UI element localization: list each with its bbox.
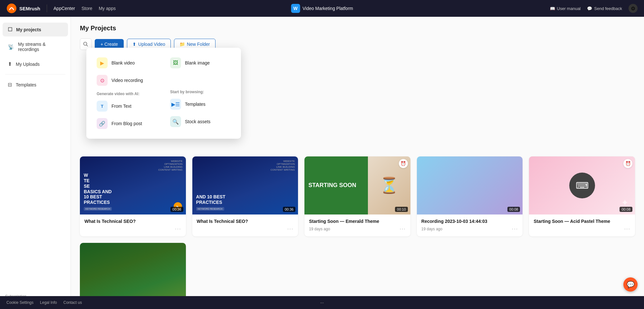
video-thumb-4: 00:08 <box>417 156 523 214</box>
sidebar-my-uploads-label: My Uploads <box>16 62 40 67</box>
browse-section-title: Start by browsing: <box>170 90 231 94</box>
blank-video-label: Blank video <box>111 60 135 65</box>
video-card-4[interactable]: 00:08 Recording 2023-10-03 14:44:03 19 d… <box>417 156 523 236</box>
legal-info-link[interactable]: Legal Info <box>40 300 57 305</box>
video-thumb-6 <box>80 243 186 301</box>
upload-icon-btn: ⬆ <box>132 42 136 47</box>
contact-us-link[interactable]: Contact us <box>63 300 82 305</box>
myapps-link[interactable]: My apps <box>99 6 116 11</box>
video-recording-item[interactable]: ⊙ Video recording <box>94 72 160 89</box>
search-icon <box>83 42 88 47</box>
templates-browse-label: Templates <box>185 102 206 107</box>
create-dropdown: ▶ Blank video ⊙ Video recording Generate… <box>86 48 241 139</box>
topnav: SEMrush AppCenter Store My apps W Video … <box>0 0 644 17</box>
video-more-4[interactable]: ··· <box>512 226 518 232</box>
platform-title: Video Marketing Platform <box>303 6 353 11</box>
video-meta-3: 19 days ago ··· <box>309 226 406 232</box>
timer-icon-5: ⏰ <box>623 159 632 168</box>
chat-bubble[interactable]: 💬 <box>623 277 638 292</box>
nav-right: 📖 User manual 💬 Send feedback ⚙ <box>550 4 638 13</box>
page-title: My Projects <box>80 25 635 32</box>
stock-assets-icon: 🔍 <box>170 116 181 127</box>
video-title-4: Recording 2023-10-03 14:44:03 <box>421 218 518 225</box>
main-layout: ☐ My projects 📡 My streams & recordings … <box>0 17 644 309</box>
nav-divider <box>47 5 47 12</box>
video-time-3: 19 days ago <box>309 227 330 231</box>
semrush-icon <box>6 3 17 14</box>
new-folder-icon: 📁 <box>179 42 185 47</box>
from-text-item[interactable]: T From Text <box>94 97 160 115</box>
brand-name: SEMrush <box>19 6 40 11</box>
svg-line-2 <box>87 45 88 46</box>
video-thumb-1: WEBSITEOPTIMIZATIONLINK BUILDINGCONTENT … <box>80 156 186 214</box>
stock-assets-item[interactable]: 🔍 Stock assets <box>168 113 233 130</box>
video-title-3: Starting Soon — Emerald Theme <box>309 218 406 225</box>
video-info-1: What Is Technical SEO? ··· <box>80 214 186 236</box>
sidebar-item-my-uploads[interactable]: ⬆ My Uploads <box>3 57 68 71</box>
tag-keyword: KEYWORD RESEARCH <box>84 207 112 211</box>
sidebar-templates-label: Templates <box>16 82 36 87</box>
video-info-3: Starting Soon — Emerald Theme 19 days ag… <box>304 214 410 236</box>
blank-image-label: Blank image <box>185 60 210 65</box>
templates-browse-item[interactable]: ▶☰ Templates <box>168 95 233 113</box>
video-recording-icon: ⊙ <box>97 75 108 86</box>
video-card-3[interactable]: STARTING SOON ⏳ ⏰ 00:10 Starting Soon — … <box>304 156 410 236</box>
video-more-2[interactable]: ··· <box>287 226 293 232</box>
tag-keyword-2: KEYWORD RESEARCH <box>196 207 224 211</box>
footer-dots: ··· <box>320 300 324 305</box>
video-time-4: 19 days ago <box>421 227 442 231</box>
blank-video-item[interactable]: ▶ Blank video <box>94 54 160 72</box>
appcenter-label: AppCenter <box>53 6 75 11</box>
settings-btn[interactable]: ⚙ <box>629 4 638 13</box>
from-text-label: From Text <box>111 104 131 109</box>
video-card-1[interactable]: WEBSITEOPTIMIZATIONLINK BUILDINGCONTENT … <box>80 156 186 236</box>
video-duration-3: 00:10 <box>395 207 408 212</box>
upload-icon: ⬆ <box>8 61 12 67</box>
dropdown-left-col: ▶ Blank video ⊙ Video recording Generate… <box>94 54 160 132</box>
dropdown-right-col: 🖼 Blank image Start by browsing: ▶☰ Temp… <box>168 54 233 132</box>
sidebar-item-templates[interactable]: ⊟ Templates <box>3 78 68 92</box>
footer-bar: Cookie Settings Legal Info Contact us ··… <box>0 296 644 309</box>
send-feedback-btn[interactable]: 💬 Send feedback <box>587 6 622 11</box>
sidebar-my-streams-label: My streams & recordings <box>18 42 63 52</box>
dropdown-columns: ▶ Blank video ⊙ Video recording Generate… <box>94 54 233 132</box>
video-title-2: What Is Technical SEO? <box>197 218 294 225</box>
blank-image-item[interactable]: 🖼 Blank image <box>168 54 233 72</box>
generate-section-title: Generate video with AI: <box>97 92 157 96</box>
video-meta-4: 19 days ago ··· <box>421 226 518 232</box>
sidebar-item-my-streams[interactable]: 📡 My streams & recordings <box>3 38 68 56</box>
stream-icon: 📡 <box>8 44 14 50</box>
video-thumb-3: STARTING SOON ⏳ ⏰ 00:10 <box>304 156 410 214</box>
blank-image-icon: 🖼 <box>170 57 181 68</box>
seo-title-2: AND 10 BESTPRACTICES <box>196 194 294 205</box>
video-more-1[interactable]: ··· <box>175 226 181 232</box>
video-card-5[interactable]: ⌨ ✦ ⏰ 00:08 Starting Soon — Acid Pastel … <box>529 156 635 236</box>
video-thumb-5: ⌨ ✦ ⏰ 00:08 <box>529 156 635 214</box>
tag-2: WEBSITEOPTIMIZATIONLINK BUILDINGCONTENT … <box>271 160 295 171</box>
from-blog-item[interactable]: 🔗 From Blog post <box>94 115 160 132</box>
send-feedback-label: Send feedback <box>594 6 622 11</box>
cookie-settings-link[interactable]: Cookie Settings <box>6 300 34 305</box>
video-more-5[interactable]: ··· <box>624 226 630 232</box>
brand-logo[interactable]: SEMrush <box>6 3 40 14</box>
feedback-icon: 💬 <box>587 6 592 11</box>
video-grid: WEBSITEOPTIMIZATIONLINK BUILDINGCONTENT … <box>80 156 635 309</box>
book-icon: 📖 <box>550 6 555 11</box>
video-duration-5: 00:08 <box>620 207 632 212</box>
seo-title-1: WTESEBASICS AND10 BESTPRACTICES <box>84 173 182 205</box>
video-duration-1: 00:36 <box>170 207 183 212</box>
video-card-2[interactable]: WEBSITEOPTIMIZATIONLINK BUILDINGCONTENT … <box>192 156 298 236</box>
video-thumb-2: WEBSITEOPTIMIZATIONLINK BUILDINGCONTENT … <box>192 156 298 214</box>
video-more-3[interactable]: ··· <box>399 226 406 232</box>
from-blog-label: From Blog post <box>111 121 142 126</box>
templates-browse-icon: ▶☰ <box>170 99 181 110</box>
platform-logo: W <box>291 4 300 13</box>
store-link[interactable]: Store <box>82 6 92 11</box>
video-meta-2: ··· <box>197 226 294 232</box>
video-info-5: Starting Soon — Acid Pastel Theme ··· <box>529 214 635 236</box>
pastel-circle: ⌨ <box>569 173 595 198</box>
sidebar-item-my-projects[interactable]: ☐ My projects <box>3 23 68 36</box>
sidebar: ☐ My projects 📡 My streams & recordings … <box>0 17 71 309</box>
user-manual-btn[interactable]: 📖 User manual <box>550 6 581 11</box>
video-duration-2: 00:36 <box>283 207 296 212</box>
